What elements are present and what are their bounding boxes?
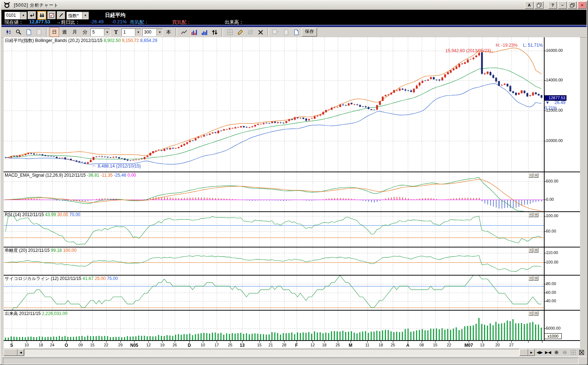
- x-axis-label: N05: [130, 343, 138, 348]
- zoom-icon[interactable]: [14, 27, 23, 37]
- x-axis-label: M: [349, 343, 352, 348]
- panel-close-button[interactable]: ×: [534, 212, 538, 217]
- period-day-button[interactable]: 日: [50, 27, 59, 37]
- histogram-red-blue-icon[interactable]: [189, 27, 199, 37]
- window-layout-icon[interactable]: [271, 27, 281, 37]
- price-pct-marker: 0.21%: [545, 105, 557, 111]
- interval-combo[interactable]: 1▼: [121, 28, 142, 36]
- pencil-icon[interactable]: [235, 27, 245, 37]
- candlestick-chart-icon[interactable]: [4, 27, 13, 37]
- scrollbar-thumb[interactable]: [519, 349, 528, 356]
- x-axis-label: D: [188, 343, 191, 348]
- new-page-icon[interactable]: [24, 27, 34, 37]
- copy-page-icon[interactable]: [281, 27, 291, 37]
- panel-close-button[interactable]: ×: [534, 248, 538, 253]
- page-restore-icon[interactable]: [34, 27, 44, 37]
- panel-minimize-button[interactable]: −: [529, 212, 533, 217]
- panel-minimize-button[interactable]: −: [529, 311, 533, 316]
- restore-button[interactable]: [568, 1, 577, 9]
- eraser-icon[interactable]: [245, 27, 255, 37]
- panel-header-value: -25.46: [114, 173, 127, 178]
- line-chart-icon[interactable]: [179, 27, 189, 37]
- category-combo[interactable]: 指数*▼: [66, 12, 89, 19]
- copy-window-icon[interactable]: [535, 1, 543, 9]
- minimize-button[interactable]: −: [558, 1, 567, 9]
- x-axis-label: 18: [39, 343, 43, 347]
- panel-close-button[interactable]: ×: [534, 311, 538, 316]
- title-bar[interactable]: [5002] 分析チャート A ? − ×: [1, 1, 587, 10]
- x-axis-label: 08: [419, 343, 424, 347]
- x-axis-label: 18: [322, 343, 326, 347]
- x-axis-label: 19: [160, 343, 165, 347]
- quote-values-row: 現在値： 12,877.53 →前日比： -26.49 -0.21% 売気配： …: [1, 19, 587, 25]
- chart-canvas[interactable]: [4, 37, 580, 346]
- histogram-blue-icon[interactable]: [200, 27, 209, 37]
- paste-page-icon[interactable]: [291, 27, 301, 37]
- scroll-left-arrow[interactable]: ◄: [18, 349, 24, 356]
- x-axis-label: 28: [282, 343, 286, 347]
- chevron-down-icon[interactable]: ▼: [104, 29, 110, 36]
- panel-header-main: 日経平均(指数) Bollinger_Bands (20,2) 2012/11/…: [5, 38, 157, 44]
- help-button[interactable]: ?: [548, 1, 557, 9]
- period-month-button[interactable]: 月: [70, 27, 80, 37]
- bars-unit-label: 本: [164, 27, 173, 37]
- grid-tool-icon[interactable]: [225, 27, 235, 37]
- search-binoculars-button[interactable]: [37, 11, 46, 20]
- enter-button[interactable]: [28, 11, 36, 19]
- font-button[interactable]: A: [525, 1, 534, 9]
- panel-close-button[interactable]: ×: [534, 173, 538, 178]
- chevron-down-icon[interactable]: ▼: [135, 29, 141, 36]
- delete-x-icon[interactable]: [256, 27, 265, 37]
- grid-window-icon[interactable]: [570, 349, 577, 356]
- close-box-icon[interactable]: [578, 349, 585, 356]
- scrollbar-left-grip[interactable]: [4, 349, 18, 356]
- bar-count-combo[interactable]: 300▼: [142, 28, 163, 36]
- panel-header-value: サイコロジカルライン (12) 2012/11/15: [5, 276, 82, 281]
- y-axis-label: 40.00: [546, 299, 556, 303]
- panel-header-value: -36.81: [87, 173, 100, 178]
- app-logo-icon: [3, 1, 11, 9]
- zoom-out-circle-icon[interactable]: ⊖: [561, 349, 568, 356]
- expand-bars-icon[interactable]: ◀▶: [536, 349, 543, 356]
- x-axis-label: 24: [50, 343, 54, 347]
- period-week-button[interactable]: 週: [60, 27, 69, 37]
- symbol-code-combo[interactable]: 0101▼: [4, 12, 27, 19]
- scroll-right-arrow[interactable]: ►: [528, 349, 535, 356]
- save-button[interactable]: 保存: [302, 28, 317, 36]
- close-button[interactable]: ×: [578, 1, 587, 9]
- panel-minimize-button[interactable]: −: [529, 173, 533, 178]
- x-axis-label: 10: [24, 343, 29, 347]
- x-axis-label: 18: [379, 343, 383, 347]
- x-axis-label: M07: [464, 343, 473, 348]
- panel-minimize-button[interactable]: −: [529, 276, 533, 281]
- low-arrow: ←: [92, 162, 97, 168]
- panel-minimize-button[interactable]: −: [529, 248, 533, 253]
- panel-close-button[interactable]: ×: [534, 276, 538, 281]
- scrollbar-track[interactable]: [24, 349, 519, 356]
- diff-pct-value: -0.21%: [112, 19, 127, 24]
- x-axis-label: 15: [90, 343, 94, 347]
- high-change-label: H: -19.23%: [496, 43, 518, 48]
- chevron-down-icon[interactable]: ▼: [82, 12, 88, 19]
- panel-header-value: 0.00: [127, 173, 136, 178]
- text-tool-button[interactable]: T: [111, 27, 121, 37]
- shrink-bars-icon[interactable]: ▶◀: [545, 349, 552, 356]
- zoom-in-circle-icon[interactable]: ⊕: [553, 349, 560, 356]
- x-axis-label: 15: [257, 343, 262, 347]
- chevron-down-icon[interactable]: ▼: [20, 12, 26, 19]
- chevron-down-icon[interactable]: ▼: [156, 29, 163, 36]
- memo-button[interactable]: [47, 11, 56, 19]
- panel-header-value: 25.00: [95, 276, 107, 281]
- panel-header-value: 43.99: [45, 212, 57, 217]
- draw-brush-button[interactable]: [57, 11, 65, 19]
- panel-header-macd: MACD_EMA_Signal (12,26,9) 2012/11/15 -36…: [5, 173, 136, 178]
- param-combo[interactable]: 5▼: [90, 28, 111, 36]
- low-price-label: 8,488.14 (2012/10/15): [98, 164, 141, 169]
- panel-header-value: 日経平均(指数) Bollinger_Bands (20,2) 2012/11/…: [5, 38, 104, 43]
- x-axis-label: 21: [268, 343, 273, 347]
- sort-arrows-icon[interactable]: [210, 27, 219, 37]
- panel-header-value: -11.35: [101, 173, 114, 178]
- period-minute-button[interactable]: 分: [80, 27, 90, 37]
- quote-bar: 0101▼ 指数*▼ 日経平均 現在値： 12,877.53 →前日比： -26…: [1, 10, 587, 25]
- x-axis-label: F: [295, 343, 298, 348]
